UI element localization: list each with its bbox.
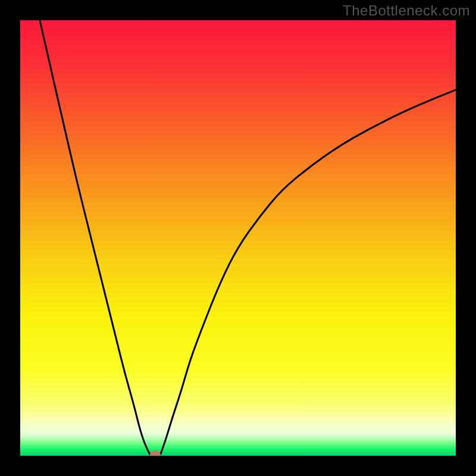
plot-area bbox=[20, 20, 456, 456]
chart-frame: TheBottleneck.com bbox=[0, 0, 476, 476]
gradient-plot bbox=[20, 20, 456, 456]
minimum-marker bbox=[150, 450, 161, 456]
watermark-text: TheBottleneck.com bbox=[343, 2, 470, 19]
gradient-background bbox=[20, 20, 456, 456]
